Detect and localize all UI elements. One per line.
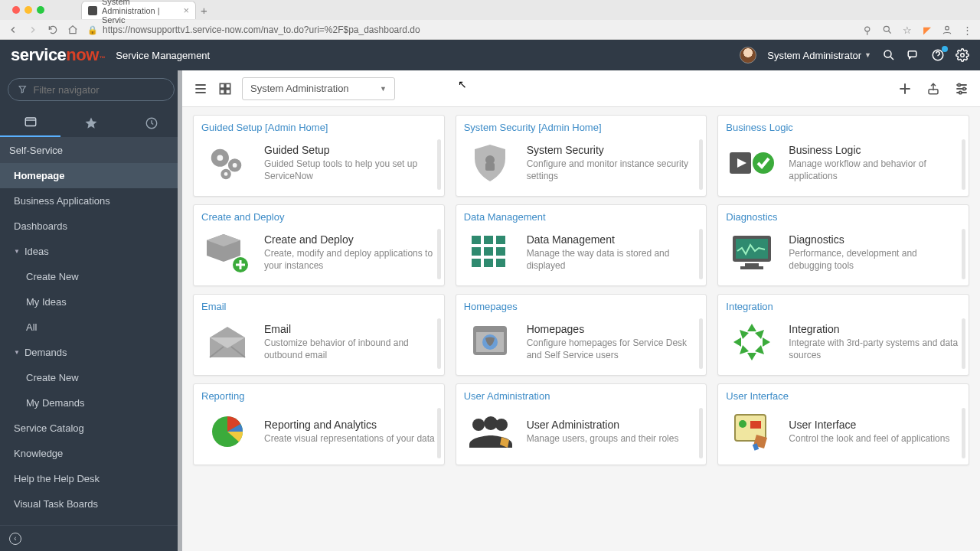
dashboard-card[interactable]: Data ManagementData ManagementManage the… xyxy=(456,204,707,286)
nav-item[interactable]: Homepage xyxy=(0,163,182,188)
card-header[interactable]: Reporting xyxy=(194,384,444,405)
dashboard-card[interactable]: ReportingReporting and AnalyticsCreate v… xyxy=(193,383,445,465)
window-minimize[interactable] xyxy=(24,6,32,14)
settings-panel-icon[interactable] xyxy=(954,81,969,96)
svg-point-15 xyxy=(959,91,962,93)
extension-icon[interactable]: ◤ xyxy=(922,24,933,35)
grid-view-icon[interactable] xyxy=(217,81,233,96)
collapse-sidebar-icon[interactable]: ‹ xyxy=(9,533,21,545)
sidebar-tab-all[interactable] xyxy=(0,109,60,137)
nav-item[interactable]: Help the Help Desk xyxy=(0,466,182,491)
window-close[interactable] xyxy=(12,6,20,14)
filter-navigator[interactable] xyxy=(8,78,175,101)
add-button[interactable] xyxy=(897,81,913,96)
nav-sub-item[interactable]: My Ideas xyxy=(0,289,182,315)
browser-tab[interactable]: System Administration | Servic × xyxy=(81,1,196,19)
logo[interactable]: servicenow™ xyxy=(11,45,105,65)
dashboard-card[interactable]: Guided Setup [Admin Home]Guided SetupGui… xyxy=(193,115,445,197)
user-menu[interactable]: System Administrator ▼ xyxy=(767,50,871,61)
card-header[interactable]: Business Logic xyxy=(718,116,969,136)
svg-rect-28 xyxy=(484,236,493,244)
card-description: Integrate with 3rd-party systems and dat… xyxy=(789,337,961,361)
sidebar-tab-history[interactable] xyxy=(122,109,182,137)
gear-icon[interactable] xyxy=(956,48,969,62)
dashboard-card[interactable]: HomepagesHomepagesConfigure homepages fo… xyxy=(456,294,707,376)
card-header[interactable]: Homepages xyxy=(456,295,707,315)
dashboard-card[interactable]: User AdministrationUser AdministrationMa… xyxy=(456,383,707,465)
menu-icon[interactable]: ⋮ xyxy=(962,24,972,35)
nav-item[interactable]: Demands xyxy=(0,340,182,365)
nav-sub-item[interactable]: My Demands xyxy=(0,390,182,416)
share-icon[interactable] xyxy=(926,82,940,96)
svg-point-0 xyxy=(884,26,889,31)
nav-item[interactable]: Ideas xyxy=(0,239,182,264)
card-header[interactable]: User Administration xyxy=(456,384,707,405)
nav-item[interactable]: Business Applications xyxy=(0,188,182,214)
key-icon[interactable]: ⚲ xyxy=(862,24,873,35)
dashboard-card[interactable]: System Security [Admin Home]System Secur… xyxy=(456,115,707,197)
sidebar-footer: ‹ xyxy=(0,525,182,551)
forward-button[interactable] xyxy=(28,24,38,35)
card-description: Manage workflow and behavior of applicat… xyxy=(789,158,961,182)
sidebar-resizer[interactable] xyxy=(178,70,182,551)
dashboard-card[interactable]: Business LogicBusiness LogicManage workf… xyxy=(717,115,969,197)
window-maximize[interactable] xyxy=(37,6,44,14)
dashboard-card[interactable]: User InterfaceUser InterfaceControl the … xyxy=(717,383,969,465)
dashboard-dropdown[interactable]: System Administration ▼ xyxy=(242,77,395,100)
address-bar[interactable]: 🔒 https://nowsupporttv1.service-now.com/… xyxy=(87,24,853,35)
lock-icon: 🔒 xyxy=(87,25,98,35)
search-icon[interactable] xyxy=(882,48,896,62)
sidebar-tab-favorites[interactable] xyxy=(60,109,121,137)
card-header[interactable]: Integration xyxy=(718,295,969,315)
card-description: Control the look and feel of application… xyxy=(789,432,949,445)
filter-input[interactable] xyxy=(34,84,165,96)
main-content: System Administration ▼ ↖ Guided Setup [… xyxy=(182,70,980,551)
svg-rect-6 xyxy=(25,118,36,126)
nav-item[interactable]: Service Catalog xyxy=(0,416,182,441)
nav-sub-item[interactable]: Create New xyxy=(0,264,182,289)
chat-icon[interactable] xyxy=(906,48,920,62)
dashboard-card[interactable]: IntegrationIntegrationIntegrate with 3rd… xyxy=(717,294,969,376)
new-tab-button[interactable]: + xyxy=(201,4,207,17)
profile-icon[interactable] xyxy=(942,24,952,35)
nav-section-header[interactable]: Self-Service xyxy=(0,138,182,163)
nav-item[interactable]: Dashboards xyxy=(0,214,182,239)
avatar[interactable] xyxy=(740,47,756,64)
svg-point-1 xyxy=(946,26,949,30)
card-header[interactable]: Create and Deploy xyxy=(194,205,444,226)
card-title: Create and Deploy xyxy=(264,233,436,246)
help-icon[interactable] xyxy=(931,48,945,62)
card-title: User Administration xyxy=(527,419,679,431)
card-header[interactable]: User Interface xyxy=(718,384,969,405)
star-icon[interactable]: ☆ xyxy=(902,24,913,35)
card-title: Integration xyxy=(789,323,961,335)
envelope-icon xyxy=(201,320,253,364)
svg-rect-27 xyxy=(472,236,481,244)
card-header[interactable]: Email xyxy=(194,295,444,315)
nav-sub-item[interactable]: All xyxy=(0,315,182,340)
svg-point-5 xyxy=(961,54,965,57)
filter-icon xyxy=(18,84,28,95)
card-description: Customize behavior of inbound and outbou… xyxy=(264,337,436,361)
list-view-icon[interactable] xyxy=(193,81,208,96)
reload-button[interactable] xyxy=(47,24,58,35)
window-controls[interactable] xyxy=(6,6,51,14)
svg-point-2 xyxy=(884,51,891,57)
back-button[interactable] xyxy=(8,24,18,35)
nav-sub-item[interactable]: Create New xyxy=(0,365,182,390)
tab-close-icon[interactable]: × xyxy=(183,5,189,16)
dashboard-card[interactable]: DiagnosticsDiagnosticsPerformance, devel… xyxy=(717,204,969,286)
chevron-down-icon: ▼ xyxy=(864,51,871,59)
card-title: Diagnostics xyxy=(789,233,961,246)
dashboard-card[interactable]: Create and DeployCreate and DeployCreate… xyxy=(193,204,445,286)
nav-item[interactable]: Knowledge xyxy=(0,441,182,466)
card-header[interactable]: Data Management xyxy=(456,205,707,226)
card-header[interactable]: Guided Setup [Admin Home] xyxy=(194,116,444,136)
dashboard-card[interactable]: EmailEmailCustomize behavior of inbound … xyxy=(193,294,445,376)
zoom-icon[interactable] xyxy=(882,24,893,35)
home-button[interactable] xyxy=(67,24,78,35)
nav-item[interactable]: Visual Task Boards xyxy=(0,491,182,517)
card-header[interactable]: System Security [Admin Home] xyxy=(456,116,707,136)
svg-rect-38 xyxy=(745,263,759,266)
card-header[interactable]: Diagnostics xyxy=(718,205,969,226)
